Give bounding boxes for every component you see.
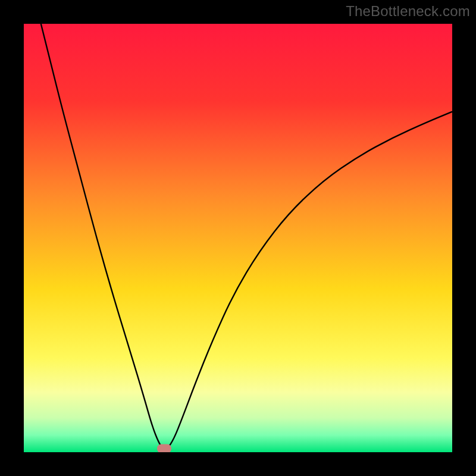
chart-frame: TheBottleneck.com bbox=[0, 0, 476, 476]
min-marker bbox=[157, 444, 171, 452]
watermark-label: TheBottleneck.com bbox=[346, 3, 470, 20]
curve-svg bbox=[24, 24, 452, 452]
bottleneck-curve bbox=[41, 24, 452, 449]
plot-area bbox=[24, 24, 452, 452]
